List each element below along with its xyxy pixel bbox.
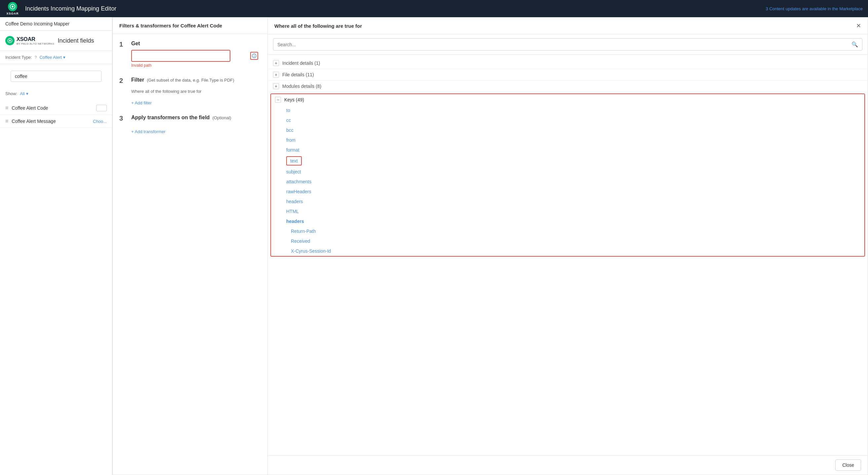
keys-section-header[interactable]: − Keys (49) <box>271 94 864 105</box>
main-layout: Coffee Demo Incoming Mapper XSOAR BY PAL… <box>0 17 868 475</box>
search-input[interactable] <box>10 71 101 82</box>
modal-right-header: Where all of the following are true for … <box>268 18 868 34</box>
keys-list: + Incident details (1) + File details (1… <box>268 55 868 455</box>
search-icon-button[interactable]: 🔍 <box>851 41 858 47</box>
step-2-subtitle: (Get subset of the data, e.g. File.Type … <box>147 78 234 82</box>
section-incident-details[interactable]: + Incident details (1) <box>268 58 868 69</box>
step-2-sub: Where all of the following are true for <box>131 89 261 94</box>
key-item-from[interactable]: from <box>271 135 864 145</box>
info-icon-btn[interactable]: i <box>250 52 258 60</box>
sidebar: Coffee Demo Incoming Mapper XSOAR BY PAL… <box>0 17 113 475</box>
step-1-title: Get <box>131 41 261 46</box>
field-list: ≡ Coffee Alert Code ≡ Coffee Alert Messa… <box>0 99 112 131</box>
xsoar-logo: XSOAR <box>5 1 20 16</box>
brand-circle <box>5 36 14 45</box>
step-3-content: Apply transformers on the field (Optiona… <box>131 114 261 134</box>
key-item-bcc[interactable]: bcc <box>271 125 864 135</box>
modal-overlay: Filters & transformers for Coffee Alert … <box>113 17 868 475</box>
keys-section-label: Keys (49) <box>284 97 304 102</box>
step-3: 3 Apply transformers on the field (Optio… <box>119 114 261 134</box>
step-2-title: Filter <box>131 77 144 83</box>
incident-type-value[interactable]: Coffee Alert ▾ <box>39 55 65 60</box>
search-section: 🔍 <box>268 34 868 55</box>
field-type-icon: ≡ <box>5 105 8 111</box>
svg-text:i: i <box>254 55 255 58</box>
brand-logo: XSOAR BY PALO ALTO NETWORKS <box>5 36 54 45</box>
chevron-down-icon: ▾ <box>63 55 65 60</box>
key-item-subject[interactable]: subject <box>271 167 864 177</box>
path-input-wrapper: i <box>131 50 261 62</box>
step-2-content: Filter (Get subset of the data, e.g. Fil… <box>131 77 261 105</box>
expand-icon: + <box>273 60 279 66</box>
search-input-wrap: 🔍 <box>273 38 862 50</box>
add-filter-link[interactable]: + Add filter <box>131 100 152 105</box>
key-subitem-return-path[interactable]: Return-Path <box>271 226 864 236</box>
field-name-label: Coffee Alert Message <box>11 118 56 124</box>
incident-fields-title: Incident fields <box>58 37 94 44</box>
step-1: 1 Get i Invalid path <box>119 41 261 68</box>
keys-search-input[interactable] <box>277 42 849 47</box>
close-button[interactable]: ✕ <box>856 23 861 29</box>
field-item-coffee-alert-code[interactable]: ≡ Coffee Alert Code <box>0 101 112 115</box>
key-item-text-wrapper: text <box>271 155 864 167</box>
incident-type-row: Incident Type: ? Coffee Alert ▾ <box>0 51 112 64</box>
chevron-down-icon: ▾ <box>26 91 28 96</box>
key-item-headers[interactable]: headers <box>271 197 864 206</box>
key-item-rawHeaders[interactable]: rawHeaders <box>271 186 864 197</box>
mapper-name: Coffee Demo Incoming Mapper <box>5 21 69 26</box>
key-item-attachments[interactable]: attachments <box>271 177 864 186</box>
page-title: Incidents Incoming Mapping Editor <box>25 5 116 12</box>
modal-left-content: 1 Get i Invalid path <box>113 34 268 475</box>
modal-left-header: Filters & transformers for Coffee Alert … <box>113 18 268 34</box>
key-parent-headers[interactable]: headers <box>271 216 864 226</box>
step-3-number: 3 <box>119 114 126 134</box>
topbar: XSOAR Incidents Incoming Mapping Editor … <box>0 0 868 17</box>
invalid-path-message: Invalid path <box>131 63 261 68</box>
section-modules-details[interactable]: + Modules details (8) <box>268 80 868 92</box>
modal-left-panel: Filters & transformers for Coffee Alert … <box>113 17 268 475</box>
step-1-number: 1 <box>119 41 126 68</box>
collapse-icon: − <box>275 97 281 103</box>
section-label: Modules details (8) <box>282 83 321 89</box>
close-footer-button[interactable]: Close <box>835 460 861 471</box>
add-transformer-link[interactable]: + Add transformer <box>131 129 165 134</box>
modal-footer: Close <box>268 455 868 475</box>
step-3-optional: (Optional) <box>212 115 231 120</box>
help-icon: ? <box>35 55 37 60</box>
field-choose-label: Choo... <box>93 119 107 124</box>
search-wrapper <box>0 64 112 89</box>
logo-icon <box>8 2 17 11</box>
sidebar-header: Coffee Demo Incoming Mapper <box>0 17 112 31</box>
sidebar-brand: XSOAR BY PALO ALTO NETWORKS Incident fie… <box>0 31 112 51</box>
key-item-cc[interactable]: cc <box>271 115 864 125</box>
show-all-dropdown[interactable]: All ▾ <box>20 91 28 96</box>
key-item-to[interactable]: to <box>271 105 864 115</box>
key-subitem-x-cyrus[interactable]: X-Cyrus-Session-Id <box>271 246 864 256</box>
field-item-coffee-alert-message[interactable]: ≡ Coffee Alert Message Choo... <box>0 115 112 128</box>
section-label: Incident details (1) <box>282 61 320 66</box>
field-value-box[interactable] <box>96 105 107 111</box>
keys-section-box: − Keys (49) to cc bcc from format text s… <box>270 94 865 257</box>
logo-text: XSOAR <box>6 12 19 15</box>
key-item-format[interactable]: format <box>271 145 864 155</box>
section-file-details[interactable]: + File details (11) <box>268 69 868 80</box>
modal-right-title: Where all of the following are true for <box>274 23 362 29</box>
field-name-label: Coffee Alert Code <box>11 105 48 111</box>
path-input[interactable] <box>131 50 230 62</box>
step-2-number: 2 <box>119 77 126 105</box>
brand-name-block: XSOAR BY PALO ALTO NETWORKS <box>17 36 54 45</box>
key-item-HTML[interactable]: HTML <box>271 206 864 216</box>
modal-right-panel: Where all of the following are true for … <box>268 17 868 475</box>
step-2: 2 Filter (Get subset of the data, e.g. F… <box>119 77 261 105</box>
section-label: File details (11) <box>282 72 314 77</box>
key-item-text[interactable]: text <box>286 156 302 166</box>
key-subitem-received[interactable]: Received <box>271 236 864 246</box>
topbar-notification: 3 Content updates are available in the M… <box>766 6 863 11</box>
expand-icon: + <box>273 83 279 89</box>
expand-icon: + <box>273 72 279 78</box>
step-1-content: Get i Invalid path <box>131 41 261 68</box>
field-type-icon: ≡ <box>5 118 8 124</box>
step-3-title: Apply transformers on the field <box>131 114 210 121</box>
show-filter-row: Show: All ▾ <box>0 89 112 99</box>
